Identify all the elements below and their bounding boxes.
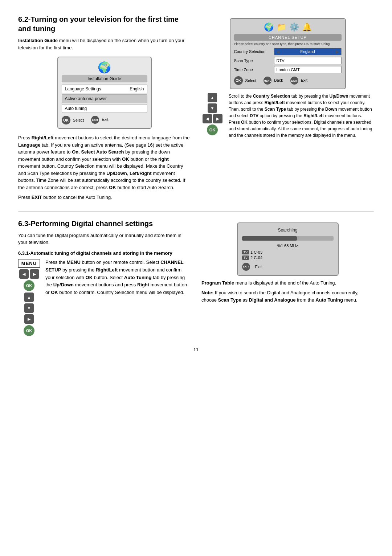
globe-icon: 🌍	[62, 61, 147, 74]
select-label: Select	[73, 118, 84, 122]
tv-badge-1: TV	[242, 250, 249, 254]
menu-item-autotuning: Auto tuning	[62, 104, 147, 113]
down-btn[interactable]: ▼	[208, 103, 217, 113]
country-label: Country Selection	[234, 49, 274, 54]
country-row: Country Selection ◀ England ▶	[234, 48, 342, 55]
country-value: England	[300, 49, 315, 54]
exit-label-ch: Exit	[301, 78, 307, 82]
left-btn-631[interactable]: ◀	[19, 269, 29, 279]
ch-footer-exit: EXIT Exit	[290, 77, 307, 85]
channel-ui-footer: OK Select MENU Back EXIT Exit	[234, 76, 342, 85]
installation-guide-ui: 🌍 Installation Guide Language Settings E…	[57, 57, 152, 129]
ok-round-btn[interactable]: OK	[207, 124, 218, 135]
language-value: English	[130, 86, 144, 91]
globe-icon2: 🌍	[264, 23, 274, 32]
section-63-heading: 6.3-Performing Digital channel settings	[18, 219, 191, 228]
ok-icon[interactable]: OK	[62, 116, 70, 124]
section-divider	[18, 211, 374, 212]
searching-title: Searching	[242, 228, 334, 233]
note-text: Note: If you wish to search the Digital …	[201, 289, 374, 303]
tv-badge-2: TV	[242, 255, 249, 260]
ui-footer: OK Select EXIT Exit	[62, 116, 147, 124]
ch-footer-select: OK Select	[234, 76, 257, 85]
search-exit-label: Exit	[255, 265, 262, 269]
antenna-label: Active antenna power	[65, 96, 107, 101]
section-631: 6.3.1-Automatic tuning of digital channe…	[18, 250, 191, 336]
scan-label: Scan Type	[234, 58, 274, 63]
section-62-body: Press Right/Left movement buttons to sel…	[18, 134, 191, 191]
channel-setup-subtitle: Please select country and scan type, the…	[234, 42, 342, 46]
section-63-right: Searching %1 68 MHz TV 1 C-03 TV 2 C-04 …	[201, 219, 374, 336]
folder-icon: 📁	[277, 23, 286, 32]
ch-select-label: Select	[245, 78, 257, 83]
section-631-body: MENU ◀ ▶ OK ▲ ▼ ▶ OK Press the MENU butt…	[18, 259, 191, 336]
footer-select: OK Select	[62, 116, 84, 124]
section-63-intro: You can tune the Digital programs automa…	[18, 232, 191, 246]
timezone-row: Time Zone London GMT	[234, 66, 342, 73]
exit-icon[interactable]: EXIT	[91, 116, 99, 124]
section-631-remote: MENU ◀ ▶ OK ▲ ▼ ▶ OK	[18, 259, 40, 336]
ok-btn-channel[interactable]: OK	[234, 76, 243, 85]
timezone-label: Time Zone	[234, 68, 274, 72]
section-631-text: Press the MENU button on your remote con…	[45, 259, 191, 333]
up-btn-631[interactable]: ▲	[24, 293, 34, 302]
timezone-value: London GMT	[277, 68, 300, 72]
exit-label: Exit	[102, 117, 108, 122]
channel-setup-title: CHANNEL SETUP	[234, 34, 342, 41]
channel-1: TV 1 C-03	[242, 250, 334, 254]
section-63-left: 6.3-Performing Digital channel settings …	[18, 219, 191, 336]
ok-btn-631[interactable]: OK	[24, 280, 34, 291]
country-value-box: ◀ England ▶	[274, 48, 342, 55]
channel-2: TV 2 C-04	[242, 255, 334, 260]
page-number: 11	[18, 347, 374, 352]
scroll-description: Scroll to the Country Selection tab by p…	[229, 93, 374, 139]
right-btn[interactable]: ▶	[213, 114, 222, 123]
progress-bar-fill	[242, 236, 297, 241]
installation-guide-title: Installation Guide	[62, 75, 147, 82]
back-label: Back	[274, 78, 283, 82]
down-btn-631[interactable]: ▼	[24, 303, 34, 313]
channel-1-label: 1 C-03	[250, 250, 262, 254]
up-btn[interactable]: ▲	[208, 93, 217, 102]
channel-setup-ui: 🌍 📁 ⚙️ 🔔 CHANNEL SETUP Please select cou…	[230, 18, 346, 89]
scan-value-box: DTV	[274, 57, 342, 64]
right-btn-631b[interactable]: ▶	[24, 314, 34, 324]
section-63-container: 6.3-Performing Digital channel settings …	[18, 219, 374, 336]
menu-btn[interactable]: MENU	[264, 77, 271, 85]
installation-guide-bold: Installation Guide	[18, 38, 58, 43]
right-arrow[interactable]: ▶	[336, 50, 339, 54]
menu-label: MENU	[18, 259, 40, 268]
exit-btn-search[interactable]: EXIT	[242, 263, 250, 271]
timezone-value-box: London GMT	[274, 66, 342, 73]
remote-nav-illustration: ▲ ▼ ◀ ▶ OK	[201, 93, 223, 142]
left-btn[interactable]: ◀	[203, 114, 212, 123]
section-62-left: 6.2-Turning on your television for the f…	[18, 15, 191, 204]
autotuning-label: Auto tuning	[65, 106, 87, 111]
footer-exit: EXIT Exit	[91, 116, 108, 124]
exit-btn-channel[interactable]: EXIT	[290, 77, 298, 85]
section-62-right: 🌍 📁 ⚙️ 🔔 CHANNEL SETUP Please select cou…	[201, 15, 374, 204]
section-62-heading: 6.2-Turning on your television for the f…	[18, 15, 191, 33]
language-label: Language Settings	[65, 86, 101, 91]
press-exit-text: Press EXIT button to cancel the Auto Tun…	[18, 194, 191, 201]
freq-text: %1 68 MHz	[242, 244, 334, 248]
section-631-heading: 6.3.1-Automatic tuning of digital channe…	[18, 250, 191, 257]
section-62-container: 6.2-Turning on your television for the f…	[18, 15, 374, 204]
ok-btn-631b[interactable]: OK	[24, 325, 34, 336]
searching-ui: Searching %1 68 MHz TV 1 C-03 TV 2 C-04 …	[237, 222, 339, 276]
program-table-text: Program Table menu is displayed at the e…	[201, 279, 374, 287]
right-btn-631[interactable]: ▶	[30, 269, 39, 279]
scan-value: DTV	[277, 58, 285, 63]
sound-icon: 🔔	[302, 23, 312, 32]
ch-footer-back: MENU Back	[264, 77, 283, 85]
scan-row: Scan Type DTV	[234, 57, 342, 64]
left-arrow[interactable]: ◀	[277, 50, 279, 54]
menu-item-language: Language Settings English	[62, 85, 147, 93]
scroll-section: ▲ ▼ ◀ ▶ OK Scroll to the Country Selecti…	[201, 93, 374, 142]
searching-footer: EXIT Exit	[242, 263, 334, 271]
section-62-intro: Installation Guide menu will be displaye…	[18, 37, 191, 51]
top-icons: 🌍 📁 ⚙️ 🔔	[234, 23, 342, 32]
gear-icon: ⚙️	[289, 23, 299, 32]
progress-bar	[242, 236, 334, 241]
channel-2-label: 2 C-04	[250, 255, 262, 260]
